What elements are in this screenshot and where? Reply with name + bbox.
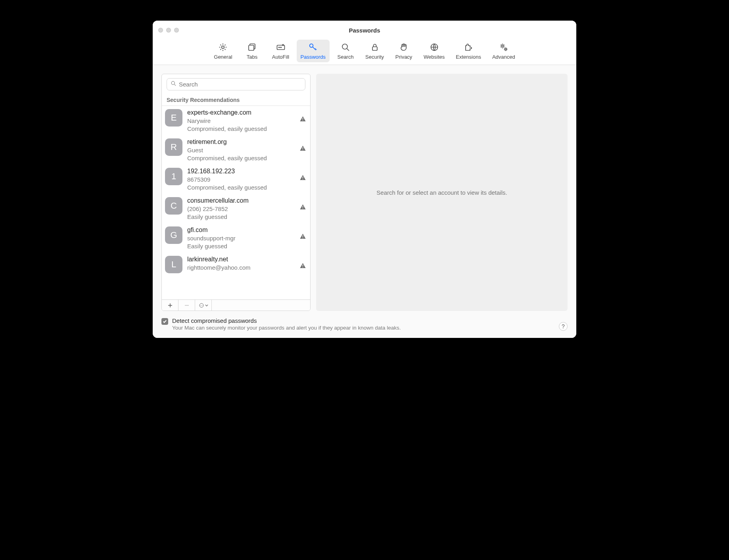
lock-icon [370, 42, 380, 52]
svg-point-28 [200, 305, 201, 305]
warning-icon [299, 203, 306, 212]
remove-button[interactable] [178, 300, 195, 311]
titlebar: Passwords [153, 21, 576, 40]
account-site: larkinrealty.net [187, 255, 306, 264]
tab-advanced[interactable]: Advanced [488, 40, 519, 62]
accounts-list[interactable]: Eexperts-exchange.comNarywireCompromised… [162, 106, 310, 299]
account-row[interactable]: Ggfi.comsoundsupport-mgrEasily guessed [162, 223, 310, 253]
accounts-sidebar: Security Recommendations Eexperts-exchan… [161, 74, 311, 311]
gears-icon [499, 42, 509, 52]
svg-line-14 [174, 84, 176, 86]
tab-privacy[interactable]: Privacy [391, 40, 416, 62]
account-row[interactable]: Llarkinrealty.netrighttoome@yahoo.com [162, 253, 310, 276]
svg-rect-9 [372, 47, 377, 50]
close-window-button[interactable] [158, 28, 163, 33]
tab-passwords[interactable]: Passwords [297, 40, 330, 62]
svg-point-13 [171, 81, 175, 84]
account-status: Easily guessed [187, 213, 306, 221]
tab-label: General [214, 54, 232, 60]
svg-rect-22 [303, 208, 303, 209]
more-options-button[interactable] [195, 300, 212, 311]
tab-label: Privacy [395, 54, 412, 60]
svg-point-12 [505, 48, 506, 50]
globe-icon [429, 42, 439, 52]
tab-websites[interactable]: Websites [420, 40, 449, 62]
account-site: experts-exchange.com [187, 108, 306, 117]
svg-rect-24 [303, 238, 303, 238]
svg-point-4 [278, 47, 279, 48]
help-button[interactable]: ? [559, 322, 568, 331]
add-button[interactable] [162, 300, 178, 311]
body: Security Recommendations Eexperts-exchan… [153, 65, 576, 314]
tab-label: Search [337, 54, 353, 60]
hand-icon [399, 42, 409, 52]
warning-icon [299, 145, 306, 153]
svg-rect-17 [303, 147, 303, 149]
account-row[interactable]: Rretirement.orgGuestCompromised, easily … [162, 135, 310, 165]
account-user: (206) 225-7852 [187, 205, 306, 213]
svg-rect-21 [303, 206, 303, 208]
tab-general[interactable]: General [210, 40, 236, 62]
account-row[interactable]: Cconsumercellular.com(206) 225-7852Easil… [162, 194, 310, 223]
tab-extensions[interactable]: Extensions [452, 40, 485, 62]
tab-security[interactable]: Security [361, 40, 388, 62]
account-user: righttoome@yahoo.com [187, 264, 306, 272]
tab-autofill[interactable]: AutoFill [268, 40, 294, 62]
account-user: 8675309 [187, 176, 306, 184]
avatar: 1 [165, 168, 182, 185]
detect-compromised-checkbox[interactable] [161, 318, 168, 325]
svg-rect-16 [303, 120, 303, 121]
svg-rect-25 [303, 265, 303, 267]
search-icon [340, 42, 351, 52]
traffic-lights [153, 28, 179, 33]
account-row[interactable]: 1192.168.192.2238675309Compromised, easi… [162, 165, 310, 194]
tab-tabs[interactable]: Tabs [240, 40, 265, 62]
detail-panel: Search for or select an account to view … [316, 74, 568, 311]
svg-point-30 [202, 305, 202, 305]
account-site: gfi.com [187, 226, 306, 234]
minimize-window-button[interactable] [166, 28, 171, 33]
account-status: Compromised, easily guessed [187, 184, 306, 192]
detect-compromised-row: Detect compromised passwords Your Mac ca… [161, 317, 401, 331]
search-field[interactable] [167, 78, 305, 90]
svg-rect-19 [303, 177, 303, 178]
svg-rect-26 [303, 267, 303, 268]
avatar: E [165, 109, 182, 127]
tab-label: AutoFill [272, 54, 289, 60]
account-site: consumercellular.com [187, 196, 306, 205]
detect-compromised-sub: Your Mac can securely monitor your passw… [172, 325, 401, 331]
warning-icon [299, 233, 306, 241]
list-footer [162, 299, 310, 311]
search-wrapper [162, 74, 310, 94]
account-user: Guest [187, 146, 306, 154]
detect-compromised-label: Detect compromised passwords [172, 317, 401, 324]
avatar: R [165, 138, 182, 156]
search-input[interactable] [179, 81, 301, 88]
preferences-window: Passwords GeneralTabsAutoFillPasswordsSe… [153, 21, 576, 338]
puzzle-icon [463, 42, 474, 52]
account-site: retirement.org [187, 138, 306, 146]
tab-label: Security [365, 54, 384, 60]
svg-point-11 [501, 45, 503, 47]
account-user: Narywire [187, 117, 306, 125]
svg-rect-23 [303, 236, 303, 237]
autofill-icon [276, 42, 286, 52]
section-header: Security Recommendations [162, 94, 310, 106]
gear-icon [218, 42, 228, 52]
preferences-toolbar: GeneralTabsAutoFillPasswordsSearchSecuri… [153, 40, 576, 65]
avatar: C [165, 197, 182, 215]
zoom-window-button[interactable] [174, 28, 179, 33]
tab-label: Extensions [456, 54, 481, 60]
account-row[interactable]: Eexperts-exchange.comNarywireCompromised… [162, 106, 310, 135]
tab-search[interactable]: Search [333, 40, 358, 62]
detail-placeholder-text: Search for or select an account to view … [376, 189, 507, 196]
tab-label: Websites [424, 54, 445, 60]
svg-point-8 [342, 44, 347, 49]
tab-label: Passwords [301, 54, 326, 60]
tabs-icon [247, 42, 257, 52]
key-icon [308, 42, 318, 52]
svg-rect-15 [303, 118, 303, 119]
warning-icon [299, 262, 306, 270]
account-status: Compromised, easily guessed [187, 125, 306, 133]
chevron-down-icon [205, 304, 208, 307]
